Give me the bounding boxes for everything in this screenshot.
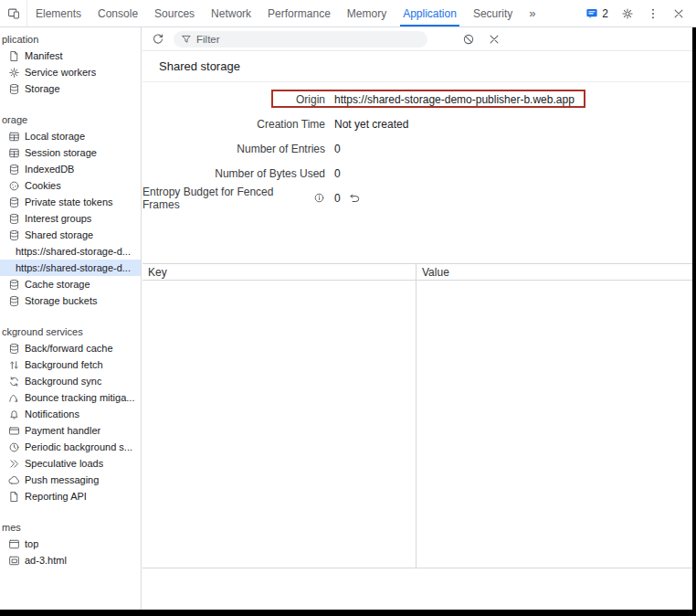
refresh-button[interactable] xyxy=(148,29,168,49)
bounce-icon xyxy=(8,392,20,404)
sidebar-item-https-shared-storage-d[interactable]: https://shared-storage-d... xyxy=(0,243,141,260)
info-icon[interactable] xyxy=(313,192,325,204)
sidebar-item-shared-storage[interactable]: Shared storage xyxy=(0,227,141,243)
sidebar-item-top[interactable]: top xyxy=(0,536,141,552)
block-icon xyxy=(462,33,475,46)
main-panel: Shared storage Originhttps://shared-stor… xyxy=(142,27,692,610)
tab-application[interactable]: Application xyxy=(395,0,465,27)
sidebar-item-label: Storage buckets xyxy=(25,295,98,306)
column-header-key[interactable]: Key xyxy=(142,264,417,280)
close-icon xyxy=(488,33,501,46)
frame-icon xyxy=(8,538,20,550)
database-icon xyxy=(8,295,20,307)
table-icon xyxy=(8,147,20,159)
settings-button[interactable] xyxy=(621,7,634,20)
sidebar-item-periodic-background-s[interactable]: Periodic background s... xyxy=(0,439,141,455)
meta-row-number-of-bytes-used: Number of Bytes Used0 xyxy=(142,161,692,186)
sidebar-item-label: Shared storage xyxy=(25,229,93,240)
sidebar-item-back-forward-cache[interactable]: Back/forward cache xyxy=(0,340,141,356)
meta-label: Entropy Budget for Fenced Frames xyxy=(142,186,325,211)
sidebar-item-indexeddb[interactable]: IndexedDB xyxy=(0,161,141,177)
sidebar-item-reporting-api[interactable]: Reporting API xyxy=(0,488,141,504)
tab-security[interactable]: Security xyxy=(465,0,521,27)
meta-row-creation-time: Creation TimeNot yet created xyxy=(142,112,692,136)
tab-memory[interactable]: Memory xyxy=(339,0,395,27)
meta-list: Originhttps://shared-storage-demo-publis… xyxy=(142,82,692,210)
sidebar-item-speculative-loads[interactable]: Speculative loads xyxy=(0,455,141,472)
document-icon xyxy=(8,50,20,62)
tab-performance[interactable]: Performance xyxy=(259,0,339,27)
sidebar-item-cache-storage[interactable]: Cache storage xyxy=(0,276,141,292)
datagrid-header: KeyValue xyxy=(142,263,692,281)
document-icon xyxy=(8,491,20,503)
screen-edge-right xyxy=(692,27,696,616)
sidebar-item-private-state-tokens[interactable]: Private state tokens xyxy=(0,194,141,210)
close-devtools-button[interactable] xyxy=(672,7,685,20)
meta-value: Not yet created xyxy=(334,118,408,131)
sidebar-item-session-storage[interactable]: Session storage xyxy=(0,144,141,161)
tab-console[interactable]: Console xyxy=(90,0,146,27)
sidebar-item-cookies[interactable]: Cookies xyxy=(0,177,141,194)
screen-edge-bottom xyxy=(0,610,696,616)
sidebar-item-payment-handler[interactable]: Payment handler xyxy=(0,422,141,439)
tab-network[interactable]: Network xyxy=(203,0,259,27)
sidebar-section: orageLocal storageSession storageIndexed… xyxy=(0,108,141,309)
tab-elements[interactable]: Elements xyxy=(27,0,90,27)
sidebar-item-label: Background fetch xyxy=(25,359,103,370)
gear-icon xyxy=(621,7,634,20)
reset-budget-icon[interactable] xyxy=(349,192,361,204)
sidebar-item-label: Bounce tracking mitiga... xyxy=(25,392,134,403)
sidebar-item-label: Payment handler xyxy=(25,425,100,436)
sidebar-item-local-storage[interactable]: Local storage xyxy=(0,128,141,144)
meta-value: 0 xyxy=(334,192,361,205)
issues-button[interactable]: 2 xyxy=(585,7,608,20)
sidebar-item-push-messaging[interactable]: Push messaging xyxy=(0,472,141,488)
sidebar-item-notifications[interactable]: Notifications xyxy=(0,406,141,422)
arrows-updown-icon xyxy=(8,359,20,371)
sidebar-item-service-workers[interactable]: Service workers xyxy=(0,64,141,80)
more-tabs-button[interactable]: » xyxy=(521,0,543,27)
sidebar-item-ad-3-html[interactable]: ad-3.html xyxy=(0,552,141,568)
sync-icon xyxy=(8,376,20,388)
filter-input[interactable] xyxy=(196,34,420,45)
sidebar-item-label: Session storage xyxy=(25,147,97,158)
issues-icon xyxy=(585,7,598,20)
gear-icon xyxy=(8,67,20,79)
sidebar-item-label: Private state tokens xyxy=(25,196,113,207)
sidebar-item-background-fetch[interactable]: Background fetch xyxy=(0,356,141,373)
tab-sources[interactable]: Sources xyxy=(146,0,203,27)
clock-icon xyxy=(8,441,20,453)
sidebar-item-background-sync[interactable]: Background sync xyxy=(0,373,141,389)
meta-row-number-of-entries: Number of Entries0 xyxy=(142,136,692,161)
meta-label: Origin xyxy=(142,93,325,106)
sidebar-item-storage-buckets[interactable]: Storage buckets xyxy=(0,292,141,309)
sidebar-section: plicationManifestService workersStorage xyxy=(0,27,141,97)
column-header-value[interactable]: Value xyxy=(417,264,692,280)
sidebar-item-label: Cookies xyxy=(25,180,61,191)
delete-all-button[interactable] xyxy=(459,29,479,49)
toggle-device-toolbar-button[interactable] xyxy=(0,0,27,27)
sidebar-item-label: Notifications xyxy=(25,409,79,420)
sidebar-item-label: Manifest xyxy=(25,50,63,61)
panel-toolbar xyxy=(142,27,692,51)
database-icon xyxy=(8,279,20,291)
meta-value: https://shared-storage-demo-publisher-b.… xyxy=(334,93,575,106)
sidebar-item-storage[interactable]: Storage xyxy=(0,80,141,97)
close-panel-button[interactable] xyxy=(484,29,504,49)
sidebar-item-manifest[interactable]: Manifest xyxy=(0,48,141,64)
filter-box[interactable] xyxy=(174,31,427,48)
sidebar-item-interest-groups[interactable]: Interest groups xyxy=(0,210,141,227)
database-icon xyxy=(8,164,20,175)
close-icon xyxy=(672,7,685,20)
sidebar: plicationManifestService workersStorageo… xyxy=(0,27,142,610)
sidebar-item-label: Speculative loads xyxy=(25,458,103,469)
sidebar-item-bounce-tracking-mitiga[interactable]: Bounce tracking mitiga... xyxy=(0,389,141,406)
sidebar-item-label: Background sync xyxy=(25,376,101,387)
meta-value: 0 xyxy=(334,167,341,180)
sidebar-item-https-shared-storage-d[interactable]: https://shared-storage-d... xyxy=(0,260,141,276)
sidebar-item-label: Cache storage xyxy=(25,279,90,290)
menu-button[interactable] xyxy=(647,7,659,20)
tab-list: ElementsConsoleSourcesNetworkPerformance… xyxy=(27,0,521,27)
sidebar-item-label: https://shared-storage-d... xyxy=(16,246,131,257)
sidebar-item-label: Interest groups xyxy=(25,213,91,224)
